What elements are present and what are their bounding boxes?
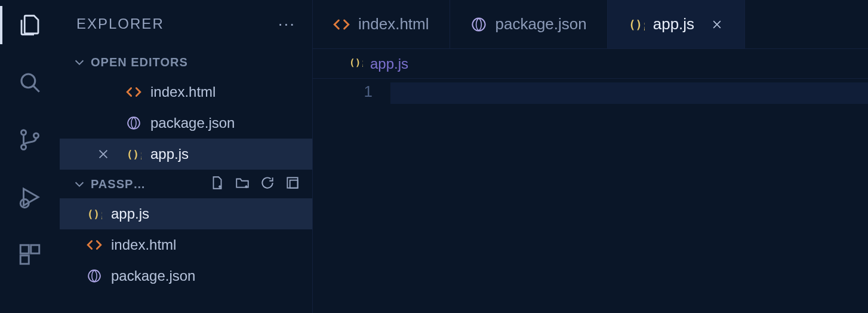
editor-area: index.html package.json app.js app.js 1 xyxy=(313,0,868,313)
code-content[interactable] xyxy=(390,79,868,313)
file-label: app.js xyxy=(111,205,149,222)
tab-close-icon[interactable] xyxy=(710,17,724,32)
js-file-icon xyxy=(349,55,363,73)
chevron-down-icon xyxy=(73,177,86,191)
tab-label: package.json xyxy=(495,15,587,33)
json-file-icon xyxy=(125,115,142,131)
js-file-icon xyxy=(86,206,103,222)
open-editors-label: OPEN EDITORS xyxy=(91,56,188,69)
file-label: package.json xyxy=(150,115,235,131)
open-editor-item[interactable]: index.html xyxy=(60,76,312,108)
search-tab-icon[interactable] xyxy=(16,68,44,97)
line-number: 1 xyxy=(313,82,373,101)
tab-index-html[interactable]: index.html xyxy=(313,0,450,48)
file-item[interactable]: app.js xyxy=(60,198,312,229)
collapse-all-icon[interactable] xyxy=(285,175,300,194)
file-label: index.html xyxy=(111,237,176,253)
file-label: package.json xyxy=(111,268,195,284)
tab-label: index.html xyxy=(358,15,429,33)
explorer-more-icon[interactable]: ··· xyxy=(278,14,296,33)
source-control-tab-icon[interactable] xyxy=(16,125,44,154)
json-file-icon xyxy=(470,16,487,33)
folder-actions xyxy=(210,175,300,194)
json-file-icon xyxy=(86,268,103,284)
html-file-icon xyxy=(333,16,350,33)
folder-file-list: app.js index.html package.json xyxy=(60,198,312,291)
tab-label: app.js xyxy=(653,15,694,33)
open-editor-item[interactable]: app.js xyxy=(60,139,312,170)
breadcrumb[interactable]: app.js xyxy=(313,49,868,79)
chevron-down-icon xyxy=(73,56,86,69)
current-line-highlight xyxy=(390,82,868,104)
new-folder-icon[interactable] xyxy=(235,175,250,194)
refresh-icon[interactable] xyxy=(260,175,275,194)
html-file-icon xyxy=(125,84,142,100)
explorer-sidebar: EXPLORER ··· OPEN EDITORS index.html pac… xyxy=(60,0,313,313)
js-file-icon xyxy=(628,16,645,33)
explorer-title: EXPLORER xyxy=(76,16,164,32)
extensions-tab-icon[interactable] xyxy=(16,240,44,269)
open-editor-item[interactable]: package.json xyxy=(60,108,312,139)
open-editors-list: index.html package.json app.js xyxy=(60,76,312,170)
new-file-icon[interactable] xyxy=(210,175,225,194)
folder-name: PASSP… xyxy=(91,177,146,191)
open-editors-section-header[interactable]: OPEN EDITORS xyxy=(60,48,312,76)
breadcrumb-label: app.js xyxy=(370,56,408,72)
line-number-gutter: 1 xyxy=(313,79,390,313)
file-label: index.html xyxy=(150,84,216,100)
code-editor[interactable]: 1 xyxy=(313,79,868,313)
tab-app-js[interactable]: app.js xyxy=(608,0,745,48)
tab-package-json[interactable]: package.json xyxy=(450,0,608,48)
close-editor-icon[interactable] xyxy=(97,148,110,161)
explorer-tab-icon[interactable] xyxy=(16,11,44,39)
file-item[interactable]: package.json xyxy=(60,260,312,291)
folder-section-header[interactable]: PASSP… xyxy=(60,170,312,198)
run-debug-tab-icon[interactable] xyxy=(16,183,44,211)
file-item[interactable]: index.html xyxy=(60,229,312,260)
html-file-icon xyxy=(86,237,103,253)
editor-tabs: index.html package.json app.js xyxy=(313,0,868,49)
js-file-icon xyxy=(125,146,142,162)
activity-bar xyxy=(0,0,60,313)
explorer-header: EXPLORER ··· xyxy=(60,0,312,48)
file-label: app.js xyxy=(150,146,189,162)
